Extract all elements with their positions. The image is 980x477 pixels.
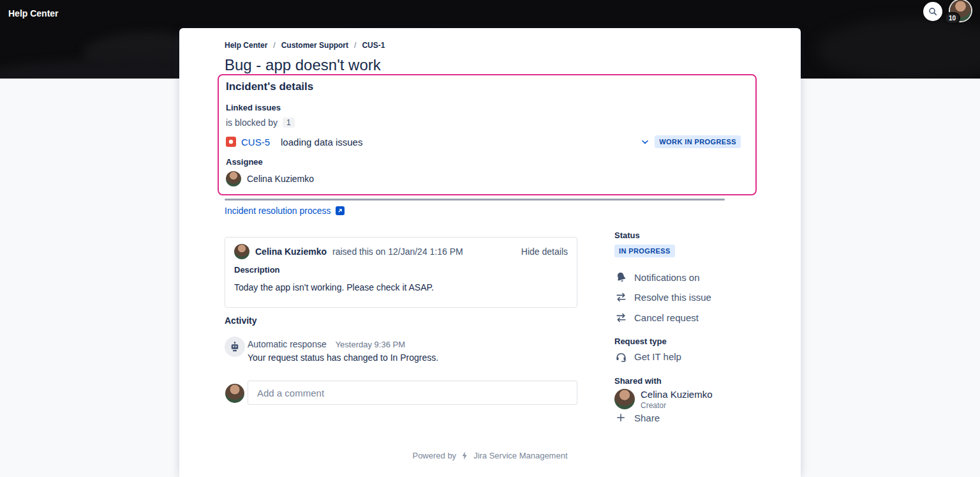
cancel-request-label: Cancel request	[634, 312, 699, 323]
request-type-row: Get IT help	[614, 351, 681, 363]
status-lozenge: IN PROGRESS	[614, 245, 675, 257]
search-button[interactable]	[923, 2, 942, 21]
transition-arrows-icon	[614, 291, 627, 303]
status-badge[interactable]: IN PROGRESS	[614, 245, 675, 256]
jira-logo-icon	[460, 451, 470, 460]
bell-icon	[614, 271, 627, 284]
resolve-issue-action[interactable]: Resolve this issue	[614, 291, 711, 303]
status-heading: Status	[614, 231, 640, 240]
breadcrumb-separator: /	[354, 41, 356, 50]
hide-details-button[interactable]: Hide details	[521, 246, 568, 257]
horizontal-scrollbar[interactable]	[225, 199, 725, 201]
external-link-icon	[336, 206, 345, 215]
current-user-avatar	[225, 384, 244, 403]
request-details-card: Celina Kuziemko raised this on 12/Jan/24…	[225, 237, 577, 308]
notifications-toggle-label: Notifications on	[634, 272, 700, 283]
shared-person-name: Celina Kuziemko	[641, 389, 713, 400]
activity-item-header: Automatic response Yesterday 9:36 PM	[248, 339, 405, 349]
transition-arrows-icon	[614, 312, 627, 324]
notification-count-badge: 10	[944, 12, 960, 24]
cancel-request-action[interactable]: Cancel request	[614, 312, 699, 324]
activity-message: Your request status has changed to In Pr…	[248, 352, 438, 363]
search-icon	[928, 6, 938, 17]
breadcrumb-help-center[interactable]: Help Center	[225, 41, 267, 50]
reporter-avatar	[234, 244, 249, 259]
breadcrumb-current-issue: CUS-1	[362, 41, 385, 50]
linked-issues-heading: Linked issues	[226, 103, 281, 112]
request-type-heading: Request type	[614, 337, 667, 346]
portal-footer: Powered by Jira Service Management	[179, 451, 801, 460]
assignee-row: Celina Kuziemko	[226, 171, 314, 186]
bug-icon	[226, 137, 236, 147]
user-avatar[interactable]: 10	[950, 0, 971, 21]
request-view-card: Help Center / Customer Support / CUS-1 B…	[179, 28, 801, 477]
breadcrumb-customer-support[interactable]: Customer Support	[281, 41, 348, 50]
issue-status-dropdown[interactable]: WORK IN PROGRESS	[641, 135, 741, 148]
relation-count-badge: 1	[283, 117, 295, 128]
issue-key-link[interactable]: CUS-5	[241, 137, 270, 148]
raised-on-text: raised this on 12/Jan/24 1:16 PM	[332, 246, 463, 257]
incident-details-heading: Incident's details	[226, 80, 313, 93]
assignee-name: Celina Kuziemko	[247, 174, 314, 184]
notifications-toggle[interactable]: Notifications on	[614, 271, 700, 284]
activity-heading: Activity	[225, 315, 257, 326]
headset-icon	[614, 351, 627, 363]
comment-input[interactable]	[248, 381, 577, 405]
issue-status-lozenge: WORK IN PROGRESS	[655, 135, 741, 148]
resolve-issue-label: Resolve this issue	[634, 292, 711, 303]
activity-timestamp: Yesterday 9:36 PM	[336, 340, 405, 349]
breadcrumb-separator: /	[273, 41, 275, 50]
help-center-portal: Help Center 10 Help Center / Customer Su…	[0, 0, 980, 477]
help-center-title: Help Center	[8, 8, 59, 19]
assignee-heading: Assignee	[226, 157, 263, 167]
share-button-label: Share	[634, 413, 660, 423]
incident-resolution-link[interactable]: Incident resolution process	[225, 206, 345, 216]
jira-brand-link[interactable]: Jira Service Management	[473, 451, 567, 460]
robot-icon	[229, 341, 241, 352]
activity-author: Automatic response	[248, 339, 327, 349]
shared-person-avatar	[614, 389, 635, 409]
breadcrumb: Help Center / Customer Support / CUS-1	[225, 41, 385, 50]
description-heading: Description	[234, 265, 280, 275]
link-relation-row: is blocked by 1	[226, 117, 295, 128]
incident-resolution-link-label: Incident resolution process	[225, 206, 331, 216]
plus-icon	[614, 412, 627, 423]
reporter-name: Celina Kuziemko	[255, 246, 327, 257]
powered-by-text: Powered by	[412, 451, 456, 460]
shared-person-row: Celina Kuziemko Creator	[614, 389, 713, 410]
automation-avatar	[225, 337, 245, 357]
request-type-value: Get IT help	[634, 351, 681, 362]
incident-details-panel: Incident's details Linked issues is bloc…	[218, 74, 757, 195]
banner-cloud-decoration	[817, 18, 980, 79]
request-details-header: Celina Kuziemko raised this on 12/Jan/24…	[234, 244, 568, 259]
shared-person-role: Creator	[641, 401, 713, 410]
chevron-down-icon	[641, 137, 650, 146]
share-button[interactable]: Share	[614, 412, 660, 423]
assignee-avatar	[226, 171, 241, 186]
relation-label: is blocked by	[226, 117, 278, 128]
description-text: Today the app isn't working. Please chec…	[234, 282, 434, 292]
shared-with-heading: Shared with	[614, 376, 662, 386]
issue-summary: loading data issues	[281, 137, 362, 148]
linked-issue-row[interactable]: CUS-5 loading data issues WORK IN PROGRE…	[226, 133, 748, 150]
page-title: Bug - app doesn't work	[225, 56, 381, 74]
